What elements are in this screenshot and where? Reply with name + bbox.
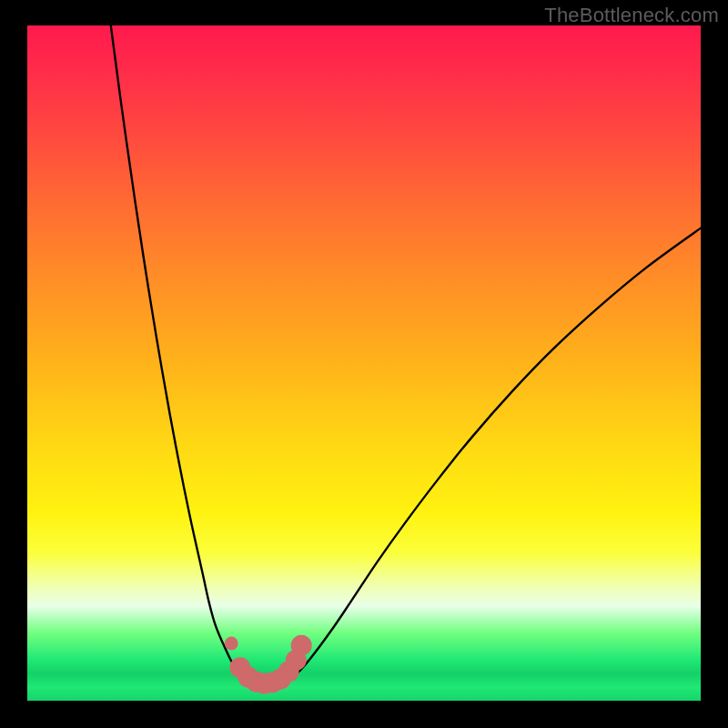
- highlight-dot: [291, 635, 312, 656]
- watermark-text: TheBottleneck.com: [544, 4, 719, 27]
- chart-frame: TheBottleneck.com: [0, 0, 728, 728]
- curve-left-curve: [111, 25, 249, 679]
- chart-svg: [27, 25, 701, 701]
- highlight-dot: [225, 637, 238, 651]
- curve-right-curve: [287, 228, 701, 680]
